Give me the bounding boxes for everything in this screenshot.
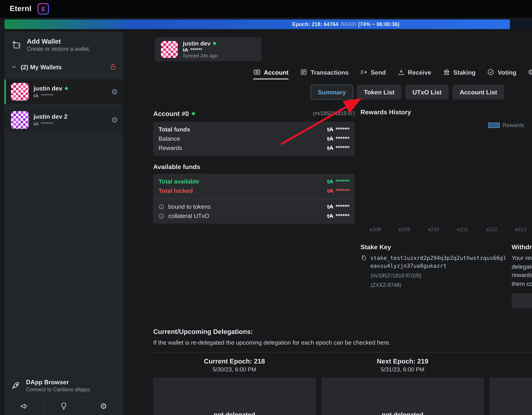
x-tick: e211 — [448, 227, 477, 232]
tab-account[interactable]: Account — [253, 68, 289, 79]
topbar: Eternl E ☀ — [0, 0, 532, 18]
no-rewards-button[interactable]: No Rewards Available — [512, 293, 532, 309]
subtab-account-list[interactable]: Account List — [453, 85, 504, 100]
rewards-history-title: Rewards History — [361, 109, 532, 118]
add-wallet-title: Add Wallet — [27, 38, 90, 45]
wallet-item-justin-dev[interactable]: justin dev tA****** ⚙ — [4, 79, 123, 104]
wallet-item-justin-dev-2[interactable]: justin dev 2 tA****** ⚙ — [4, 108, 123, 132]
chart-x-axis: e208 e209 e210 e211 e212 e213 e214 e215 … — [361, 227, 532, 232]
derivation-path: (m/1852'/1815'/0') — [313, 110, 355, 116]
delegation-card: not delegated — [490, 378, 532, 415]
wallet-balance: tA****** — [34, 121, 67, 127]
main-nav-tabs: Account Transactions Send Receive Stakin… — [123, 68, 532, 79]
dapp-browser-button[interactable]: DApp Browser Connect to Cardano dApps. — [4, 374, 123, 396]
wallet-avatar — [161, 41, 178, 57]
account-sub-tabs: Summary Token List UTxO List Account Lis… — [123, 85, 532, 100]
x-tick: e208 — [361, 227, 390, 232]
chart-column — [419, 132, 448, 223]
tab-send[interactable]: Send — [360, 68, 386, 79]
tab-transactions[interactable]: Transactions — [300, 68, 349, 79]
subtab-token-list[interactable]: Token List — [357, 85, 401, 100]
account-card-icon — [253, 68, 261, 76]
lock-open-icon[interactable] — [110, 63, 117, 71]
epoch-progress-text: Epoch: 218: 64764 /86400 (74% ~ 06:00:36… — [4, 19, 532, 29]
sidebar-bottom-bar: ⚙ — [4, 396, 123, 415]
delegation-status: not delegated — [214, 411, 255, 415]
sidebar: Add Wallet Create or restore a wallet. (… — [4, 32, 123, 415]
active-wallet-card[interactable]: justin dev tA****** Synced 24s ago — [155, 37, 262, 61]
app-settings-button[interactable]: ⚙ — [84, 397, 123, 415]
funds-row: Total locked tA****** — [153, 186, 355, 195]
divider — [153, 198, 355, 199]
summary-content: Account #0 (m/1852'/1815'/0') Total fund… — [123, 109, 532, 415]
funds-row: Total available tA****** — [153, 177, 355, 186]
funds-row: bound to tokens tA****** — [153, 202, 355, 211]
lightbulb-icon — [60, 402, 68, 410]
stage: Eternl E ☀ Epoch: 218: 64764 /86400 — [0, 0, 532, 415]
add-wallet-icon — [11, 40, 21, 50]
tab-voting[interactable]: Voting — [487, 68, 516, 79]
tab-receive[interactable]: Receive — [397, 68, 431, 79]
divider — [153, 352, 532, 353]
epoch-column-future: Epoch: 220 6/1/23, 6:00 PM not delegated — [490, 358, 532, 415]
wallet-settings-gear-icon[interactable]: ⚙ — [111, 88, 118, 95]
stake-address[interactable]: stake_test1uzxrd2p294q3p2q2uthwstzqus66g… — [370, 254, 506, 270]
funds-row: collateral UTxO tA****** — [153, 211, 355, 221]
chart-column — [390, 132, 419, 223]
stake-fingerprint: (ZXXZ-8748) — [371, 282, 506, 288]
funds-row: Total funds tA****** — [153, 125, 355, 134]
chart-plot-area — [361, 132, 532, 223]
stake-derivation-path: (m/1852'/1815'/0'/2/0) — [371, 273, 506, 279]
tab-staking[interactable]: Staking — [443, 68, 475, 79]
chart-column — [448, 132, 477, 223]
layout: Add Wallet Create or restore a wallet. (… — [0, 32, 532, 415]
copy-icon[interactable] — [361, 255, 367, 270]
tab-settings[interactable]: ⚙ Settings — [528, 68, 532, 79]
online-dot — [192, 112, 195, 115]
epoch-progress-bar: Epoch: 218: 64764 /86400 (74% ~ 06:00:36… — [4, 19, 532, 29]
delegations-description: If the wallet is re-delegated the upcomi… — [153, 339, 532, 346]
stake-key-title: Stake Key — [361, 244, 506, 251]
subtab-summary[interactable]: Summary — [311, 85, 353, 100]
epoch-current: Epoch: 218: 64764 — [292, 21, 338, 27]
info-icon — [159, 213, 165, 219]
epoch-column-current: Current Epoch: 218 5/30/23, 6:00 PM not … — [153, 358, 316, 415]
dapp-browser-title: DApp Browser — [26, 378, 91, 385]
dapp-browser-subtitle: Connect to Cardano dApps. — [26, 386, 91, 392]
x-tick: e210 — [419, 227, 448, 232]
rewards-column: Rewards History Rewards — [361, 109, 532, 309]
chart-legend: Rewards — [361, 121, 532, 130]
eternl-app: Eternl E ☀ Epoch: 218: 64764 /86400 — [0, 0, 532, 415]
delegations-title: Current/Upcoming Delegations: — [153, 328, 532, 335]
wallet-balance: tA****** — [34, 93, 68, 99]
announcements-button[interactable] — [4, 397, 44, 415]
brand-name: Eternl — [10, 4, 31, 13]
withdraw-rewards-title: Withdraw Rewards — [512, 244, 532, 251]
rocket-icon — [11, 381, 20, 390]
staking-bank-icon — [443, 68, 450, 76]
legend-swatch — [488, 123, 500, 128]
subtab-utxo-list[interactable]: UTxO List — [405, 85, 449, 100]
x-tick: e212 — [477, 227, 506, 232]
wallet-name: justin dev 2 — [34, 113, 67, 120]
available-funds-title: Available funds — [153, 163, 355, 170]
funds-row: Rewards tA****** — [153, 143, 355, 153]
wallet-settings-gear-icon[interactable]: ⚙ — [111, 116, 118, 124]
main-header: justin dev tA****** Synced 24s ago — [123, 32, 532, 66]
withdraw-rewards-description: Your rewards are automatically part of y… — [512, 254, 532, 288]
delegation-card: not delegated — [153, 378, 316, 415]
add-wallet-button[interactable]: Add Wallet Create or restore a wallet. — [4, 32, 123, 58]
chart-column — [361, 132, 390, 223]
account-title: Account #0 — [153, 110, 189, 117]
sidebar-spacer — [4, 132, 123, 374]
my-wallets-header[interactable]: (2) My Wallets — [4, 58, 123, 76]
transactions-list-icon — [300, 68, 307, 76]
info-icon — [159, 204, 165, 210]
tips-button[interactable] — [44, 397, 84, 415]
gear-icon: ⚙ — [528, 69, 532, 76]
available-funds-card: Total available tA****** Total locked tA… — [153, 174, 355, 224]
active-wallet-balance: tA****** — [183, 47, 218, 53]
delegations-section: Current/Upcoming Delegations: If the wal… — [153, 328, 532, 415]
send-icon — [360, 68, 368, 76]
online-dot — [65, 87, 68, 90]
